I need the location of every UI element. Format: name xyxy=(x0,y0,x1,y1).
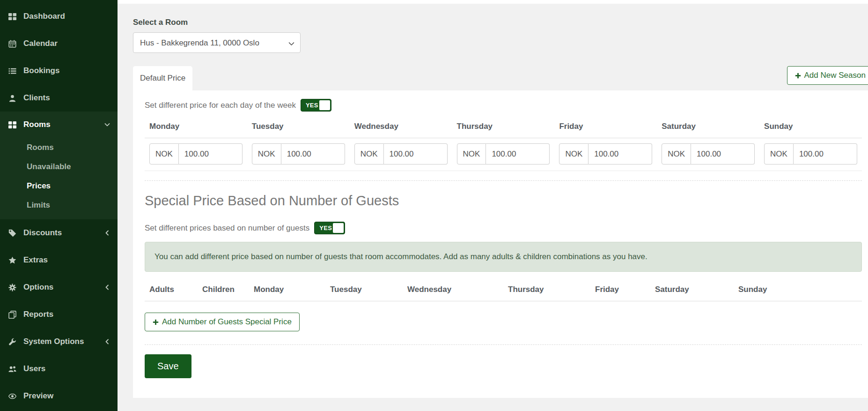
users-group-icon xyxy=(7,365,17,373)
column-header-sunday: Sunday xyxy=(734,279,862,301)
column-header-tuesday: Tuesday xyxy=(325,279,403,301)
sidebar-item-rooms-limits[interactable]: Limits xyxy=(27,195,118,215)
add-new-season-label: Add New Season xyxy=(804,71,866,80)
rooms-grid-icon xyxy=(7,121,17,129)
section-divider xyxy=(145,180,862,181)
sidebar-item-rooms-prices[interactable]: Prices xyxy=(27,176,118,195)
sidebar-item-rooms-unavailable[interactable]: Unavailable xyxy=(27,157,118,176)
column-header-thursday: Thursday xyxy=(503,279,590,301)
system-options-wrench-icon xyxy=(7,338,17,346)
day-header: Saturday xyxy=(657,120,759,138)
dashboard-icon xyxy=(7,13,17,21)
chevron-left-icon xyxy=(104,339,110,344)
options-gear-icon xyxy=(7,284,17,291)
special-price-title: Special Price Based on Number of Guests xyxy=(145,193,862,209)
sidebar-item-rooms-rooms[interactable]: Rooms xyxy=(27,138,118,157)
guest-price-table-header: Adults Children Monday Tuesday Wednesday… xyxy=(145,279,862,301)
sidebar-item-label: System Options xyxy=(23,337,84,346)
day-price-toggle-label: Set different price for each day of the … xyxy=(145,101,296,110)
day-header: Sunday xyxy=(759,120,862,138)
day-column-friday: Friday NOK xyxy=(554,120,657,171)
sidebar-item-preview[interactable]: Preview xyxy=(0,382,118,410)
sidebar-item-label: Options xyxy=(23,283,53,292)
sidebar-item-label: Rooms xyxy=(23,120,51,129)
day-column-thursday: Thursday NOK xyxy=(452,120,555,171)
sidebar-item-system-options[interactable]: System Options xyxy=(0,328,118,355)
default-price-panel: Set different price for each day of the … xyxy=(133,90,868,398)
sidebar-item-discounts[interactable]: Discounts xyxy=(0,219,118,247)
add-guests-special-price-label: Add Number of Guests Special Price xyxy=(162,317,292,327)
currency-addon: NOK xyxy=(149,143,179,164)
plus-icon xyxy=(153,319,159,325)
discounts-tag-icon xyxy=(7,229,17,237)
sidebar-item-label: Extras xyxy=(23,255,48,265)
sidebar-item-label: Discounts xyxy=(23,228,62,238)
day-header: Monday xyxy=(145,120,247,138)
day-header: Tuesday xyxy=(247,120,350,138)
day-column-monday: Monday NOK xyxy=(145,120,247,171)
sidebar-item-extras[interactable]: Extras xyxy=(0,247,118,274)
day-price-toggle[interactable]: YES xyxy=(301,99,331,112)
calendar-icon xyxy=(7,40,17,48)
price-input-tuesday[interactable] xyxy=(281,143,345,164)
price-input-monday[interactable] xyxy=(179,143,243,164)
currency-addon: NOK xyxy=(764,143,794,164)
room-select[interactable]: Hus - Bakkegrenda 11, 0000 Oslo xyxy=(133,32,301,53)
price-input-thursday[interactable] xyxy=(486,143,550,164)
guest-price-toggle[interactable]: YES xyxy=(314,222,345,234)
main-area: Select a Room Hus - Bakkegrenda 11, 0000… xyxy=(118,0,868,411)
top-navbar-edge xyxy=(118,0,868,4)
sidebar-item-label: Dashboard xyxy=(23,12,65,21)
sidebar-item-dashboard[interactable]: Dashboard xyxy=(0,3,118,30)
column-header-children: Children xyxy=(198,279,249,301)
sidebar-item-label: Calendar xyxy=(23,39,58,48)
column-header-monday: Monday xyxy=(249,279,325,301)
bookings-list-icon xyxy=(7,67,17,75)
sidebar-item-reports[interactable]: Reports xyxy=(0,301,118,328)
sidebar-item-users[interactable]: Users xyxy=(0,355,118,382)
select-room-label: Select a Room xyxy=(133,18,868,27)
sidebar-section-rooms: Rooms Rooms Unavailable Prices Limits xyxy=(0,112,118,219)
tab-default-price[interactable]: Default Price xyxy=(133,66,192,90)
day-header: Wednesday xyxy=(350,120,452,138)
sidebar-item-rooms[interactable]: Rooms xyxy=(0,112,118,138)
reports-copy-icon xyxy=(7,311,17,319)
column-header-adults: Adults xyxy=(145,279,198,301)
day-column-tuesday: Tuesday NOK xyxy=(247,120,350,171)
sidebar-item-label: Preview xyxy=(23,391,53,401)
guest-price-info-box: You can add different price based on num… xyxy=(145,242,862,272)
chevron-down-icon xyxy=(104,122,110,127)
save-button[interactable]: Save xyxy=(145,354,191,378)
price-input-friday[interactable] xyxy=(588,143,652,164)
add-new-season-button[interactable]: Add New Season xyxy=(787,66,868,85)
day-price-table: Monday NOK Tuesday NOK Wednesday xyxy=(145,120,862,171)
sidebar-item-calendar[interactable]: Calendar xyxy=(0,30,118,57)
toggle-knob xyxy=(319,100,330,110)
sidebar-item-label: Bookings xyxy=(23,66,59,75)
day-column-sunday: Sunday NOK xyxy=(759,120,862,171)
section-divider xyxy=(145,344,862,345)
chevron-left-icon xyxy=(104,230,110,236)
sidebar-item-bookings[interactable]: Bookings xyxy=(0,57,118,84)
plus-icon xyxy=(795,73,801,79)
currency-addon: NOK xyxy=(354,143,384,164)
preview-eye-icon xyxy=(7,392,17,400)
currency-addon: NOK xyxy=(559,143,588,164)
currency-addon: NOK xyxy=(457,143,486,164)
currency-addon: NOK xyxy=(252,143,281,164)
toggle-state-label: YES xyxy=(315,224,332,232)
day-header: Thursday xyxy=(452,120,555,138)
rooms-submenu: Rooms Unavailable Prices Limits xyxy=(0,138,118,215)
sidebar-item-options[interactable]: Options xyxy=(0,274,118,301)
clients-user-icon xyxy=(7,94,17,102)
sidebar-item-clients[interactable]: Clients xyxy=(0,84,118,112)
currency-addon: NOK xyxy=(662,143,691,164)
add-guests-special-price-button[interactable]: Add Number of Guests Special Price xyxy=(145,313,300,331)
price-input-saturday[interactable] xyxy=(691,143,755,164)
price-input-sunday[interactable] xyxy=(794,143,857,164)
sidebar-item-label: Reports xyxy=(23,310,53,319)
column-header-wednesday: Wednesday xyxy=(403,279,503,301)
extras-star-icon xyxy=(7,256,17,264)
day-column-wednesday: Wednesday NOK xyxy=(350,120,452,171)
price-input-wednesday[interactable] xyxy=(384,143,448,164)
